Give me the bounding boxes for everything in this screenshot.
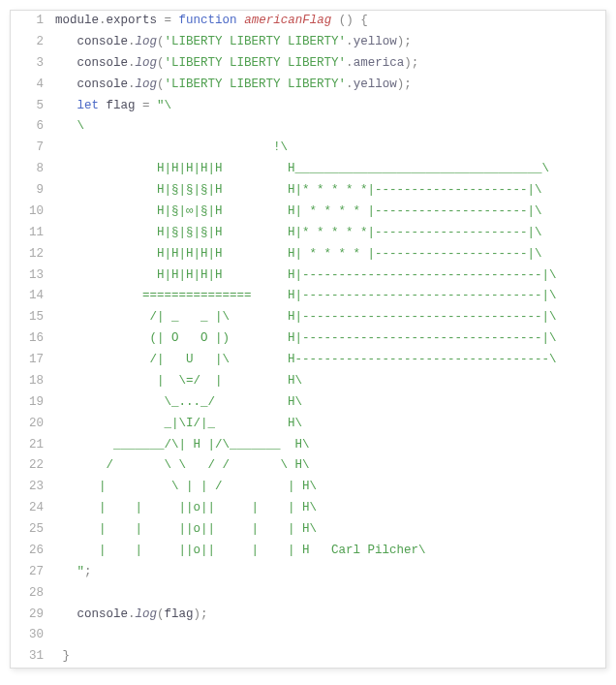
code-line: 11 H|§|§|§|H H|* * * * *|---------------… [11, 223, 605, 244]
code-line: 17 /| U |\ H----------------------------… [11, 350, 605, 371]
code-line: 31 } [11, 646, 605, 668]
line-content: H|§|§|§|H H|* * * * *|------------------… [55, 180, 605, 202]
code-line: 8 H|H|H|H|H H___________________________… [11, 159, 605, 180]
line-content: /| U |\ H-------------------------------… [55, 350, 605, 371]
line-content: let flag = "\ [55, 96, 605, 117]
line-number: 26 [11, 541, 55, 562]
code-line: 27 "; [11, 562, 605, 583]
line-number: 19 [11, 392, 55, 414]
code-line: 18 | \=/ | H\ [11, 371, 605, 392]
line-content: console.log('LIBERTY LIBERTY LIBERTY'.am… [55, 53, 605, 75]
code-line: 3 console.log('LIBERTY LIBERTY LIBERTY'.… [11, 53, 605, 75]
code-line: 25 | | ||o|| | | H\ [11, 519, 605, 541]
line-content: =============== H|----------------------… [55, 286, 605, 307]
code-line: 15 /| _ _ |\ H|-------------------------… [11, 307, 605, 328]
line-content: console.log(flag); [55, 605, 605, 626]
code-line: 5 let flag = "\ [11, 96, 605, 117]
code-line: 13 H|H|H|H|H H|-------------------------… [11, 265, 605, 287]
line-content: "; [55, 562, 605, 583]
code-line: 2 console.log('LIBERTY LIBERTY LIBERTY'.… [11, 32, 605, 53]
line-number: 24 [11, 498, 55, 519]
line-number: 5 [11, 96, 55, 117]
line-number: 23 [11, 477, 55, 498]
line-content: H|§|§|§|H H|* * * * *|------------------… [55, 223, 605, 244]
line-content: console.log('LIBERTY LIBERTY LIBERTY'.ye… [55, 75, 605, 96]
line-content: module.exports = function americanFlag (… [55, 11, 605, 32]
code-line: 20 _|\I/|_ H\ [11, 414, 605, 435]
line-content: } [55, 646, 605, 668]
line-content: | \=/ | H\ [55, 371, 605, 392]
line-content: | | ||o|| | | H\ [55, 498, 605, 519]
code-line: 14 =============== H|-------------------… [11, 286, 605, 307]
line-number: 15 [11, 307, 55, 328]
code-line: 26 | | ||o|| | | H Carl Pilcher\ [11, 541, 605, 562]
code-line: 23 | \ | | / | H\ [11, 477, 605, 498]
line-number: 27 [11, 562, 55, 583]
line-number: 18 [11, 371, 55, 392]
code-line: 10 H|§|∞|§|H H| * * * * |---------------… [11, 202, 605, 223]
line-content: | \ | | / | H\ [55, 477, 605, 498]
line-content: !\ [55, 138, 605, 159]
line-number: 8 [11, 159, 55, 180]
code-line: 22 / \ \ / / \ H\ [11, 455, 605, 477]
line-content: /| _ _ |\ H|----------------------------… [55, 307, 605, 328]
line-number: 17 [11, 350, 55, 371]
line-number: 12 [11, 244, 55, 265]
line-number: 4 [11, 75, 55, 96]
line-number: 2 [11, 32, 55, 53]
code-line: 24 | | ||o|| | | H\ [11, 498, 605, 519]
code-line: 30 [11, 625, 605, 646]
code-line: 1module.exports = function americanFlag … [11, 11, 605, 32]
code-line: 7 !\ [11, 138, 605, 159]
line-number: 16 [11, 328, 55, 350]
line-content: H|H|H|H|H H|----------------------------… [55, 265, 605, 287]
line-content [55, 625, 605, 646]
line-content: / \ \ / / \ H\ [55, 455, 605, 477]
line-number: 21 [11, 435, 55, 456]
line-content: H|H|H|H|H H_____________________________… [55, 159, 605, 180]
line-number: 25 [11, 519, 55, 541]
line-number: 20 [11, 414, 55, 435]
line-content: _|\I/|_ H\ [55, 414, 605, 435]
line-content: H|§|∞|§|H H| * * * * |------------------… [55, 202, 605, 223]
code-line: 21 _______/\| H |/\_______ H\ [11, 435, 605, 456]
line-content: | | ||o|| | | H Carl Pilcher\ [55, 541, 605, 562]
code-line: 4 console.log('LIBERTY LIBERTY LIBERTY'.… [11, 75, 605, 96]
line-number: 28 [11, 583, 55, 605]
code-block: 1module.exports = function americanFlag … [10, 10, 606, 669]
line-number: 30 [11, 625, 55, 646]
line-number: 1 [11, 11, 55, 32]
line-content: | | ||o|| | | H\ [55, 519, 605, 541]
line-number: 3 [11, 53, 55, 75]
line-number: 22 [11, 455, 55, 477]
line-content [55, 583, 605, 605]
line-content: _______/\| H |/\_______ H\ [55, 435, 605, 456]
line-number: 10 [11, 202, 55, 223]
line-number: 7 [11, 138, 55, 159]
line-content: (| O O |) H|----------------------------… [55, 328, 605, 350]
line-number: 9 [11, 180, 55, 202]
line-number: 6 [11, 116, 55, 138]
code-line: 28 [11, 583, 605, 605]
code-line: 6 \ [11, 116, 605, 138]
code-line: 29 console.log(flag); [11, 605, 605, 626]
line-content: H|H|H|H|H H| * * * * |------------------… [55, 244, 605, 265]
line-number: 31 [11, 646, 55, 668]
line-content: \ [55, 116, 605, 138]
line-number: 11 [11, 223, 55, 244]
line-number: 14 [11, 286, 55, 307]
code-line: 19 \_..._/ H\ [11, 392, 605, 414]
code-line: 12 H|H|H|H|H H| * * * * |---------------… [11, 244, 605, 265]
line-content: console.log('LIBERTY LIBERTY LIBERTY'.ye… [55, 32, 605, 53]
code-line: 16 (| O O |) H|-------------------------… [11, 328, 605, 350]
line-number: 13 [11, 265, 55, 287]
line-number: 29 [11, 605, 55, 626]
line-content: \_..._/ H\ [55, 392, 605, 414]
code-line: 9 H|§|§|§|H H|* * * * *|----------------… [11, 180, 605, 202]
